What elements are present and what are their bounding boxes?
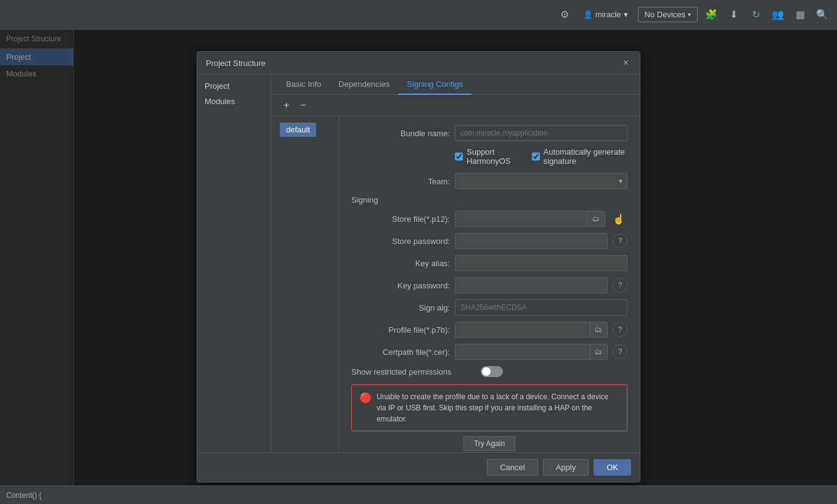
try-again-button[interactable]: Try Again xyxy=(463,436,515,451)
dialog-main: Basic Info Dependencies Signing Configs … xyxy=(271,75,640,452)
remove-config-button[interactable]: − xyxy=(296,99,309,112)
tab-dependencies[interactable]: Dependencies xyxy=(330,75,398,95)
error-icon: 🔴 xyxy=(359,392,372,404)
certpath-file-help-button[interactable]: ? xyxy=(613,344,627,359)
sync-green-icon[interactable]: ↻ xyxy=(747,6,764,23)
store-file-label: Store file(*.p12): xyxy=(351,214,450,224)
dialog-footer: Cancel Apply OK xyxy=(197,452,640,482)
config-list: default xyxy=(271,116,339,452)
dialog-body: Project Modules Basic Info Dependencies … xyxy=(197,75,640,452)
no-devices-label: No Devices xyxy=(645,10,685,19)
key-alias-row: Key alias: xyxy=(351,255,627,271)
checkbox-row: Support HarmonyOS Automatically generate… xyxy=(351,147,627,166)
show-restricted-label: Show restricted permissions xyxy=(351,367,475,376)
error-box: 🔴 Unable to create the profile due to a … xyxy=(351,384,627,431)
config-item-default[interactable]: default xyxy=(280,123,316,137)
profile-file-label: Profile file(*.p7b): xyxy=(351,325,450,335)
store-password-input[interactable] xyxy=(455,233,608,249)
key-password-label: Key password: xyxy=(351,281,450,290)
sign-alg-input[interactable] xyxy=(455,299,627,315)
add-person-icon[interactable]: 👥 xyxy=(769,6,786,23)
team-select-wrapper xyxy=(455,173,627,189)
dialog-overlay: Project Structure × Project Modules Basi… xyxy=(0,30,837,504)
ok-button[interactable]: OK xyxy=(594,459,631,476)
store-file-input[interactable] xyxy=(455,211,587,227)
dialog-sidebar: Project Modules xyxy=(197,75,271,452)
bundle-name-input[interactable] xyxy=(455,125,627,141)
certpath-file-browse-button[interactable]: 🗂 xyxy=(590,344,608,360)
bundle-name-label: Bundle name: xyxy=(351,129,450,138)
user-label: miracle xyxy=(595,10,621,19)
dialog-header: Project Structure × xyxy=(197,52,640,75)
apply-button[interactable]: Apply xyxy=(543,459,589,476)
user-icon: 👤 xyxy=(583,10,593,19)
key-password-input[interactable] xyxy=(455,277,608,293)
dialog-title: Project Structure xyxy=(206,59,266,68)
tab-basic-info[interactable]: Basic Info xyxy=(277,75,330,95)
store-file-input-group: 🗂 xyxy=(455,211,605,227)
cancel-button[interactable]: Cancel xyxy=(487,459,537,476)
team-label: Team: xyxy=(351,177,450,186)
bundle-name-row: Bundle name: xyxy=(351,125,627,141)
profile-file-input[interactable] xyxy=(455,322,590,338)
user-button[interactable]: 👤 miracle ▾ xyxy=(578,7,633,22)
profile-file-input-group: 🗂 xyxy=(455,322,608,338)
store-password-label: Store password: xyxy=(351,237,450,246)
no-devices-button[interactable]: No Devices ▾ xyxy=(638,7,698,22)
certpath-file-input-group: 🗂 xyxy=(455,344,608,360)
dialog-tabs: Basic Info Dependencies Signing Configs xyxy=(271,75,640,95)
store-file-row: Store file(*.p12): 🗂 ☝ xyxy=(351,211,627,227)
show-restricted-toggle[interactable] xyxy=(481,366,503,377)
grid-icon[interactable]: ▦ xyxy=(791,6,809,23)
support-harmonyos-checkbox[interactable] xyxy=(455,152,463,161)
try-again-row: Try Again xyxy=(351,436,627,451)
key-password-help-button[interactable]: ? xyxy=(613,278,627,293)
dialog-close-button[interactable]: × xyxy=(621,57,631,69)
top-bar: ⚙ 👤 miracle ▾ No Devices ▾ 🧩 ⬇ ↻ 👥 ▦ 🔍 xyxy=(0,0,837,30)
content-toolbar: + − xyxy=(271,95,640,116)
bottom-bar: Content() { xyxy=(0,486,837,504)
certpath-file-input[interactable] xyxy=(455,344,590,360)
key-alias-label: Key alias: xyxy=(351,259,450,268)
dialog-sidebar-item-modules[interactable]: Modules xyxy=(197,94,271,109)
key-password-row: Key password: ? xyxy=(351,277,627,293)
support-harmonyos-checkbox-item[interactable]: Support HarmonyOS xyxy=(455,147,520,166)
profile-file-browse-button[interactable]: 🗂 xyxy=(590,322,608,338)
store-password-row: Store password: ? xyxy=(351,233,627,249)
plugin-icon[interactable]: 🧩 xyxy=(703,6,720,23)
auto-sign-label: Automatically generate signature xyxy=(544,147,628,166)
show-restricted-row: Show restricted permissions xyxy=(351,366,627,377)
profile-file-row: Profile file(*.p7b): 🗂 ? xyxy=(351,322,627,338)
bottom-bar-text: Content() { xyxy=(6,491,41,500)
toggle-slider xyxy=(481,366,503,377)
team-row: Team: xyxy=(351,173,627,189)
user-dropdown-icon: ▾ xyxy=(624,10,628,19)
store-file-browse-button[interactable]: 🗂 xyxy=(587,211,605,227)
sign-alg-label: Sign alg: xyxy=(351,303,450,312)
key-alias-input[interactable] xyxy=(455,255,627,271)
signing-section-label: Signing xyxy=(351,195,627,205)
tab-signing-configs[interactable]: Signing Configs xyxy=(398,75,472,95)
dialog-form-content: Bundle name: Support HarmonyOS xyxy=(339,116,640,452)
profile-file-help-button[interactable]: ? xyxy=(613,322,627,337)
search-icon[interactable]: 🔍 xyxy=(814,6,831,23)
store-file-finger-button[interactable]: ☝ xyxy=(610,211,627,227)
certpath-file-label: Certpath file(*.cer): xyxy=(351,348,450,357)
store-password-help-button[interactable]: ? xyxy=(613,234,627,248)
error-message: Unable to create the profile due to a la… xyxy=(377,391,619,425)
project-structure-dialog: Project Structure × Project Modules Basi… xyxy=(197,51,640,482)
team-select[interactable] xyxy=(455,173,627,189)
ide-background: Project Structure Project Modules Projec… xyxy=(0,30,837,504)
auto-sign-checkbox-item[interactable]: Automatically generate signature xyxy=(532,147,628,166)
auto-sign-checkbox[interactable] xyxy=(532,152,540,161)
dialog-sidebar-item-project[interactable]: Project xyxy=(197,78,271,94)
no-devices-arrow-icon: ▾ xyxy=(688,11,691,18)
settings-icon[interactable]: ⚙ xyxy=(556,6,573,23)
sync-icon[interactable]: ⬇ xyxy=(725,6,742,23)
sign-alg-row: Sign alg: xyxy=(351,299,627,315)
config-area: default Bundle name: xyxy=(271,116,640,452)
certpath-file-row: Certpath file(*.cer): 🗂 ? xyxy=(351,344,627,360)
support-harmonyos-label: Support HarmonyOS xyxy=(467,147,520,166)
add-config-button[interactable]: + xyxy=(280,99,293,112)
